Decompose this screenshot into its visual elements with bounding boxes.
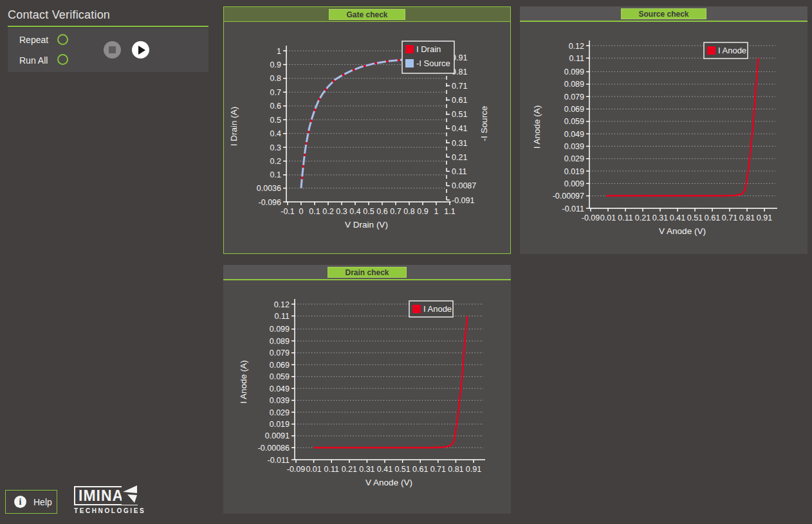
svg-text:-0.09: -0.09 [287, 465, 306, 474]
svg-text:0.039: 0.039 [564, 142, 584, 151]
svg-text:0.12: 0.12 [274, 300, 290, 309]
svg-text:-I Source: -I Source [416, 59, 450, 68]
svg-text:0.5: 0.5 [363, 207, 374, 216]
drain-check-panel: Drain check 0.120.110.0990.0890.0790.069… [223, 265, 511, 514]
svg-text:0.6: 0.6 [376, 207, 387, 216]
svg-text:0.61: 0.61 [705, 213, 720, 222]
gate-check-button[interactable]: Gate check [329, 9, 405, 20]
svg-text:0.21: 0.21 [452, 153, 467, 162]
svg-text:0.079: 0.079 [564, 93, 584, 102]
svg-text:0.079: 0.079 [270, 348, 290, 357]
drain-check-body: 0.120.110.0990.0890.0790.0690.0590.0490.… [223, 280, 511, 514]
svg-text:V Anode (V): V Anode (V) [659, 226, 706, 236]
svg-text:I Anode (A): I Anode (A) [532, 105, 542, 149]
svg-text:0.089: 0.089 [270, 337, 290, 346]
svg-text:0.21: 0.21 [342, 465, 357, 474]
svg-text:0.059: 0.059 [564, 117, 584, 126]
series-line-i-anode [314, 316, 468, 448]
svg-text:0.069: 0.069 [270, 361, 290, 370]
gate-check-panel: Gate check 10.90.80.70.60.50.40.30.20.10… [223, 6, 511, 254]
source-check-chart: 0.120.110.0990.0890.0790.0690.0590.0490.… [520, 22, 807, 254]
imina-bird-icon [122, 485, 138, 505]
svg-text:-0.096: -0.096 [259, 198, 281, 207]
svg-text:0.039: 0.039 [270, 396, 290, 405]
svg-text:0.049: 0.049 [270, 384, 290, 393]
series-line--i-source [301, 59, 412, 188]
gate-check-body: 10.90.80.70.60.50.40.30.20.10.0036-0.096… [224, 22, 510, 253]
drain-check-chart: 0.120.110.0990.0890.0790.0690.0590.0490.… [223, 280, 511, 514]
svg-text:0.81: 0.81 [448, 465, 463, 474]
svg-text:0.12: 0.12 [569, 42, 584, 51]
svg-text:0.7: 0.7 [270, 88, 281, 97]
svg-text:0.069: 0.069 [564, 105, 584, 114]
svg-text:I Drain: I Drain [416, 44, 441, 54]
svg-text:0.11: 0.11 [324, 465, 338, 474]
source-check-panel: Source check 0.120.110.0990.0890.0790.06… [520, 6, 807, 254]
svg-text:0.059: 0.059 [270, 372, 290, 381]
series-line-i-anode [606, 58, 758, 195]
svg-text:1: 1 [434, 207, 439, 216]
svg-text:0.3: 0.3 [270, 143, 281, 152]
svg-text:I Drain (A): I Drain (A) [229, 107, 239, 147]
run-all-label: Run All [19, 55, 48, 66]
svg-text:-0.091: -0.091 [452, 196, 474, 205]
series-line-i-drain [301, 59, 412, 188]
svg-text:0.41: 0.41 [377, 465, 392, 474]
svg-text:0.91: 0.91 [757, 213, 772, 222]
svg-text:0.009: 0.009 [564, 179, 584, 188]
gate-check-header: Gate check [224, 7, 510, 22]
svg-text:0.21: 0.21 [635, 213, 651, 222]
svg-text:0.81: 0.81 [739, 213, 755, 222]
svg-text:-0.00097: -0.00097 [553, 192, 584, 201]
svg-text:0.41: 0.41 [670, 213, 685, 222]
stop-icon [109, 46, 116, 53]
svg-text:0.4: 0.4 [270, 129, 281, 138]
svg-text:0.51: 0.51 [687, 213, 703, 222]
svg-text:-0.09: -0.09 [582, 213, 600, 222]
run-all-radio[interactable] [57, 54, 68, 65]
stop-button[interactable] [104, 41, 121, 59]
gate-check-chart: 10.90.80.70.60.50.40.30.20.10.0036-0.096… [224, 22, 510, 254]
svg-text:0.91: 0.91 [466, 465, 481, 474]
svg-text:0.2: 0.2 [270, 157, 281, 166]
help-button[interactable]: i Help [5, 490, 57, 514]
svg-text:I Anode: I Anode [718, 46, 746, 55]
source-check-header: Source check [520, 6, 807, 22]
svg-text:0.0087: 0.0087 [452, 181, 476, 190]
svg-text:0.71: 0.71 [430, 465, 446, 474]
imina-brand-text: IMINA [78, 487, 124, 504]
svg-text:0.61: 0.61 [452, 96, 467, 105]
svg-text:0.71: 0.71 [722, 213, 737, 222]
svg-text:0.6: 0.6 [270, 102, 281, 111]
svg-text:-0.1: -0.1 [281, 207, 295, 216]
drain-check-header: Drain check [223, 265, 511, 280]
svg-text:0.51: 0.51 [394, 465, 410, 474]
play-button[interactable] [132, 41, 149, 59]
svg-text:0.9: 0.9 [417, 207, 428, 216]
svg-text:0.11: 0.11 [275, 312, 290, 321]
svg-text:-0.011: -0.011 [267, 456, 290, 465]
svg-text:0.8: 0.8 [270, 74, 281, 83]
svg-text:0.019: 0.019 [564, 167, 584, 176]
svg-text:I Anode: I Anode [423, 304, 452, 314]
repeat-radio[interactable] [57, 34, 68, 45]
svg-text:0.71: 0.71 [452, 82, 467, 91]
svg-text:0.5: 0.5 [270, 116, 281, 125]
source-check-button[interactable]: Source check [621, 8, 706, 19]
svg-text:1: 1 [277, 47, 281, 56]
imina-subtitle-text: TECHNOLOGIES [74, 507, 145, 514]
svg-text:0.019: 0.019 [270, 420, 290, 429]
svg-text:0.11: 0.11 [452, 167, 466, 176]
svg-text:0.1: 0.1 [270, 170, 281, 179]
svg-text:0.7: 0.7 [390, 207, 401, 216]
svg-text:V Anode (V): V Anode (V) [365, 478, 412, 487]
svg-text:0.31: 0.31 [359, 465, 374, 474]
svg-text:0.9: 0.9 [270, 60, 281, 69]
svg-text:0.1: 0.1 [309, 207, 320, 216]
svg-text:0.4: 0.4 [349, 207, 360, 216]
svg-text:I Anode (A): I Anode (A) [239, 360, 248, 404]
svg-text:0.0091: 0.0091 [265, 431, 290, 440]
drain-check-button[interactable]: Drain check [328, 267, 406, 278]
imina-logo-box: IMINA [74, 486, 138, 505]
imina-logo: IMINA TECHNOLOGIES [74, 486, 145, 514]
